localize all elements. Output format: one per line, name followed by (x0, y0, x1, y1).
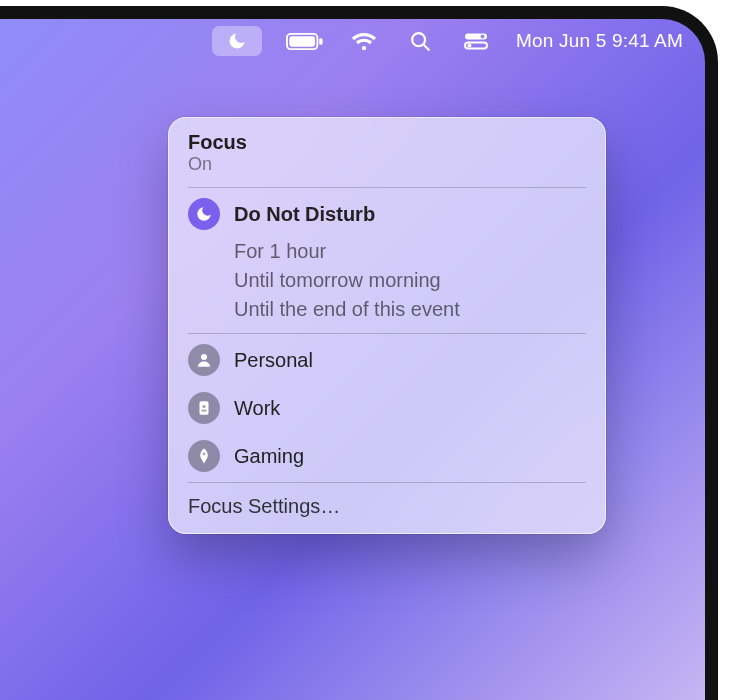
svg-point-13 (203, 452, 206, 455)
focus-mode-label: Personal (234, 349, 313, 372)
control-center-icon (464, 32, 488, 50)
svg-point-7 (480, 35, 484, 39)
desktop: Mon Jun 5 9:41 AM Focus On Do Not Distur… (0, 6, 718, 700)
svg-rect-2 (289, 36, 315, 46)
badge-icon (188, 392, 220, 424)
focus-duration-options: For 1 hour Until tomorrow morning Until … (168, 238, 606, 331)
menu-bar-focus-button[interactable] (212, 26, 262, 56)
focus-mode-label: Do Not Disturb (234, 203, 375, 226)
divider (188, 187, 586, 188)
battery-icon (286, 32, 324, 51)
focus-settings-link[interactable]: Focus Settings… (168, 485, 606, 524)
svg-line-4 (424, 45, 429, 50)
focus-popover: Focus On Do Not Disturb For 1 hour Until… (168, 117, 606, 534)
wifi-icon (351, 31, 377, 51)
menu-bar: Mon Jun 5 9:41 AM (0, 19, 705, 63)
search-icon (409, 30, 431, 52)
moon-icon (227, 31, 247, 51)
focus-duration-option[interactable]: For 1 hour (234, 240, 586, 263)
menu-bar-wifi[interactable] (348, 25, 380, 57)
menu-bar-spotlight[interactable] (404, 25, 436, 57)
svg-rect-12 (201, 410, 206, 412)
focus-mode-gaming[interactable]: Gaming (168, 432, 606, 480)
divider (188, 482, 586, 483)
svg-point-9 (201, 354, 207, 360)
person-icon (188, 344, 220, 376)
focus-mode-do-not-disturb[interactable]: Do Not Disturb (168, 190, 606, 238)
focus-title: Focus (188, 131, 586, 154)
menu-bar-datetime[interactable]: Mon Jun 5 9:41 AM (516, 25, 683, 57)
menu-bar-control-center[interactable] (460, 25, 492, 57)
rocket-icon (188, 440, 220, 472)
focus-mode-label: Work (234, 397, 280, 420)
svg-rect-1 (319, 38, 322, 45)
divider (188, 333, 586, 334)
svg-point-11 (202, 405, 205, 408)
focus-mode-work[interactable]: Work (168, 384, 606, 432)
focus-duration-option[interactable]: Until the end of this event (234, 298, 586, 321)
moon-icon (188, 198, 220, 230)
focus-mode-personal[interactable]: Personal (168, 336, 606, 384)
menu-bar-battery[interactable] (286, 25, 324, 57)
svg-point-8 (467, 44, 471, 48)
focus-status: On (188, 154, 586, 175)
focus-mode-label: Gaming (234, 445, 304, 468)
focus-duration-option[interactable]: Until tomorrow morning (234, 269, 586, 292)
